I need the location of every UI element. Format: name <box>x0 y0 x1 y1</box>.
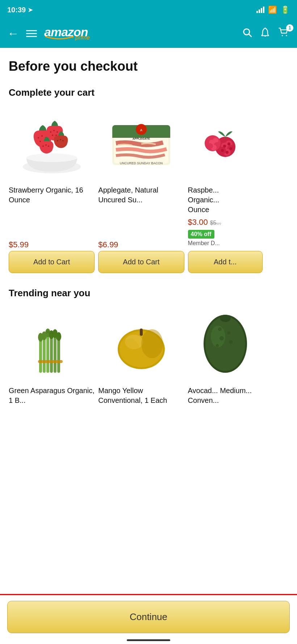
svg-point-17 <box>55 135 57 136</box>
avocado-svg <box>189 311 262 376</box>
svg-point-4 <box>282 35 283 36</box>
product-image-asparagus <box>9 307 95 380</box>
svg-point-8 <box>38 137 39 139</box>
svg-rect-50 <box>50 335 53 373</box>
svg-marker-0 <box>72 37 73 39</box>
svg-rect-53 <box>39 337 42 373</box>
page-title: Before you checkout <box>9 59 288 74</box>
svg-point-13 <box>50 131 51 133</box>
svg-rect-51 <box>43 336 46 373</box>
svg-rect-54 <box>57 337 60 373</box>
svg-text:UNCURED SUNDAY BACON: UNCURED SUNDAY BACON <box>120 161 163 165</box>
svg-rect-65 <box>140 329 143 336</box>
strawberry-name: Strawberry Organic, 16 Ounce <box>9 185 95 237</box>
svg-rect-61 <box>38 360 63 363</box>
status-bar: 10:39 ➤ 📶 🔋 <box>0 0 297 19</box>
svg-point-9 <box>41 135 43 137</box>
strawberry-add-to-cart[interactable]: Add to Cart <box>9 251 95 273</box>
svg-point-18 <box>57 140 58 141</box>
svg-point-19 <box>60 139 61 140</box>
svg-point-67 <box>121 338 139 364</box>
svg-point-74 <box>219 336 224 340</box>
nav-icons: 1 <box>242 27 290 40</box>
svg-point-42 <box>221 149 224 152</box>
location-icon: ➤ <box>28 7 33 13</box>
complete-cart-products: Strawberry Organic, 16 Ounce $5.99 Add t… <box>9 107 288 273</box>
svg-point-59 <box>38 333 43 342</box>
svg-point-48 <box>207 143 213 149</box>
complete-cart-section: Complete your cart <box>9 87 288 408</box>
product-card-avocado: Avocad... Medium... Conven... <box>188 307 266 408</box>
svg-text:APPLEGATE: APPLEGATE <box>133 137 150 140</box>
svg-point-69 <box>205 317 245 371</box>
svg-point-60 <box>56 332 61 341</box>
notification-button[interactable] <box>260 27 270 40</box>
amazon-logo: amazon prime <box>44 26 235 41</box>
product-card-raspberry: Raspbe...Organic...Ounce $3.00 $5... 40%… <box>188 107 266 273</box>
svg-text:A: A <box>140 128 143 132</box>
svg-point-22 <box>45 144 47 146</box>
trending-title: Trending near you <box>9 288 288 299</box>
product-card-bacon: A APPLEGATE UNCURED SUNDAY BACON <box>98 107 188 273</box>
continue-btn-container: Continue <box>0 594 297 644</box>
main-content: Before you checkout Complete your cart <box>0 48 297 466</box>
strawberry-svg <box>16 111 88 176</box>
continue-button[interactable]: Continue <box>7 601 290 633</box>
avocado-name: Avocad... Medium... Conven... <box>188 386 263 405</box>
raspberry-add-to-cart[interactable]: Add t... <box>188 251 263 273</box>
prime-label: prime <box>75 34 90 41</box>
search-button[interactable] <box>242 27 252 40</box>
svg-line-2 <box>249 34 251 36</box>
cart-count: 1 <box>286 24 293 32</box>
svg-point-39 <box>227 143 230 145</box>
bacon-svg: A APPLEGATE UNCURED SUNDAY BACON <box>105 111 177 176</box>
svg-point-66 <box>141 329 163 358</box>
strawberry-price: $5.99 <box>9 240 95 249</box>
back-button[interactable]: ← <box>7 27 19 40</box>
menu-button[interactable] <box>26 30 37 37</box>
bacon-add-to-cart[interactable]: Add to Cart <box>98 251 184 273</box>
mango-svg <box>105 311 177 376</box>
svg-point-7 <box>26 153 77 162</box>
svg-point-71 <box>211 326 225 347</box>
svg-point-73 <box>227 331 230 334</box>
mango-name: Mango Yellow Conventional, 1 Each <box>98 386 184 405</box>
product-image-avocado <box>188 307 263 380</box>
svg-rect-49 <box>46 333 49 373</box>
product-card-strawberry: Strawberry Organic, 16 Ounce $5.99 Add t… <box>9 107 98 273</box>
svg-point-40 <box>229 147 232 150</box>
bacon-price: $6.99 <box>98 240 184 249</box>
svg-point-23 <box>48 145 49 147</box>
signal-icon <box>256 7 264 13</box>
wifi-icon: 📶 <box>268 5 277 14</box>
raspberry-original-price: $5... <box>210 220 221 226</box>
raspberry-name: Raspbe...Organic...Ounce <box>188 185 263 215</box>
asparagus-name: Green Asparagus Organic, 1 B... <box>9 386 95 405</box>
svg-point-20 <box>62 140 64 141</box>
raspberry-member: Member D... <box>188 240 263 247</box>
svg-point-70 <box>220 315 231 322</box>
cart-button[interactable]: 1 <box>278 27 290 40</box>
raspberry-discount: 40% off <box>188 230 214 239</box>
status-icons: 📶 🔋 <box>256 5 290 14</box>
svg-rect-52 <box>54 334 57 373</box>
svg-point-41 <box>226 151 229 154</box>
svg-point-14 <box>53 130 55 131</box>
raspberry-price: $3.00 <box>188 218 208 227</box>
svg-point-5 <box>286 35 287 36</box>
trending-section: Trending near you <box>9 288 288 408</box>
amazon-smile <box>45 36 74 41</box>
product-card-asparagus: Green Asparagus Organic, 1 B... <box>9 307 98 408</box>
status-time: 10:39 ➤ <box>7 6 33 14</box>
product-image-raspberry <box>188 107 263 179</box>
product-image-bacon: A APPLEGATE UNCURED SUNDAY BACON <box>98 107 184 179</box>
bacon-name: Applegate, Natural Uncured Su... <box>98 185 184 237</box>
svg-point-76 <box>216 344 219 347</box>
svg-point-38 <box>223 145 226 148</box>
svg-point-15 <box>57 131 58 133</box>
raspberry-svg <box>189 111 262 176</box>
svg-point-3 <box>264 35 266 37</box>
product-card-mango: Mango Yellow Conventional, 1 Each <box>98 307 188 408</box>
complete-cart-title: Complete your cart <box>9 87 288 98</box>
svg-point-75 <box>229 340 233 344</box>
